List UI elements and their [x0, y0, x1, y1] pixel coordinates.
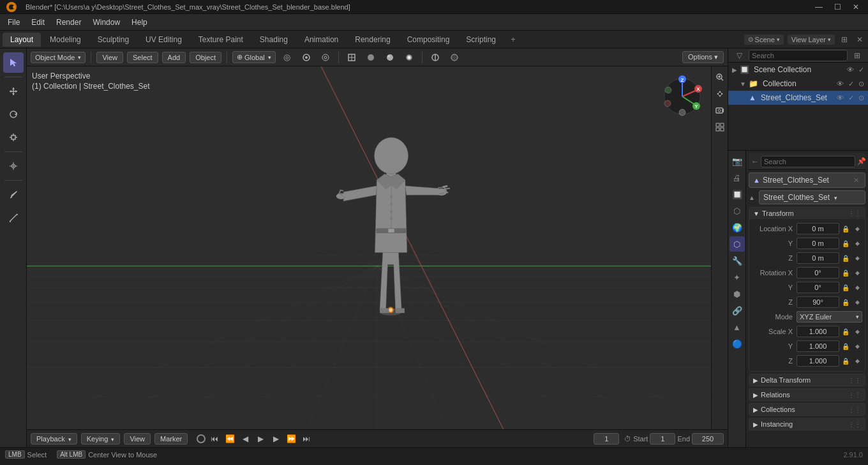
snap-button[interactable] — [299, 50, 314, 65]
workspace-settings-icon[interactable]: ✕ — [854, 34, 865, 45]
menu-render[interactable]: Render — [51, 17, 86, 28]
next-frame-button[interactable]: ▶ — [269, 432, 282, 445]
workspace-expand-button[interactable]: ⊞ — [839, 34, 850, 45]
location-x-keyframe[interactable]: ◆ — [852, 223, 862, 234]
close-button[interactable]: ✕ — [849, 1, 863, 13]
pivot-button[interactable]: ◎ — [280, 50, 295, 65]
instancing-header[interactable]: ▶ Instancing ⋮⋮ — [749, 418, 865, 430]
prev-keyframe-button[interactable]: ⏪ — [223, 432, 236, 445]
props-modifier-icon[interactable]: 🔧 — [730, 253, 745, 268]
current-frame-field[interactable]: 1 — [594, 433, 619, 445]
props-world-icon[interactable]: 🌍 — [730, 220, 745, 235]
camera-view-button[interactable] — [713, 103, 727, 118]
start-frame-field[interactable]: 1 — [650, 433, 675, 445]
view-layer-selector[interactable]: View Layer ▾ — [788, 34, 835, 45]
props-render-icon[interactable]: 📷 — [730, 153, 745, 169]
rotate-tool-button[interactable] — [3, 104, 24, 125]
rotation-x-keyframe[interactable]: ◆ — [852, 267, 862, 278]
add-workspace-button[interactable]: + — [506, 33, 520, 47]
zoom-in-button[interactable] — [713, 70, 727, 84]
add-menu-button[interactable]: Add — [162, 52, 186, 63]
outliner-settings-button[interactable]: ⊞ — [850, 49, 864, 63]
scale-y-field[interactable]: 1.000 — [797, 340, 839, 352]
rotation-z-lock[interactable]: 🔒 — [841, 296, 851, 308]
viewport-canvas[interactable]: User Perspective (1) Collection | Street… — [27, 66, 728, 429]
delta-transform-header[interactable]: ▶ Delta Transform ⋮⋮ — [749, 374, 865, 386]
scale-tool-button[interactable] — [3, 127, 24, 148]
location-y-field[interactable]: 0 m — [797, 238, 839, 249]
props-data-icon[interactable]: ▲ — [730, 319, 745, 335]
viewport-shading-material[interactable] — [382, 50, 398, 65]
location-z-keyframe[interactable]: ◆ — [852, 252, 862, 264]
props-scene-icon[interactable]: ⬡ — [730, 203, 745, 218]
outliner-collection[interactable]: ▼ 📁 Collection 👁 ✓ ⊙ — [728, 77, 868, 91]
measure-tool-button[interactable] — [3, 208, 24, 228]
location-y-lock[interactable]: 🔒 — [841, 238, 851, 249]
tab-layout[interactable]: Layout — [3, 33, 41, 47]
transform-dropdown[interactable]: ⊕ Global ▾ — [232, 51, 276, 63]
scene-selector[interactable]: ⊙ Scene ▾ — [744, 34, 784, 45]
tab-sculpting[interactable]: Sculpting — [90, 33, 137, 47]
location-z-lock[interactable]: 🔒 — [841, 252, 851, 264]
move-view-button[interactable] — [713, 87, 727, 101]
props-pin-button[interactable]: 📌 — [857, 156, 866, 167]
maximize-button[interactable]: ☐ — [830, 1, 845, 13]
tab-rendering[interactable]: Rendering — [347, 33, 398, 47]
annotate-tool-button[interactable] — [3, 185, 24, 205]
outliner-search-input[interactable] — [749, 50, 848, 61]
tab-texture-paint[interactable]: Texture Paint — [191, 33, 251, 47]
xray-toggle-button[interactable] — [447, 50, 462, 65]
view-menu-button[interactable]: View — [96, 52, 123, 63]
outliner-filter-button[interactable]: ▽ — [732, 49, 746, 63]
scale-y-lock[interactable]: 🔒 — [841, 340, 851, 352]
axis-gizmo[interactable]: Z Y X — [660, 74, 705, 119]
rotation-x-field[interactable]: 0° — [797, 267, 839, 278]
location-y-keyframe[interactable]: ◆ — [852, 238, 862, 249]
location-x-field[interactable]: 0 m — [797, 223, 839, 234]
marker-menu[interactable]: Marker — [154, 433, 188, 445]
playback-menu[interactable]: Playback ▾ — [31, 433, 77, 445]
menu-window[interactable]: Window — [87, 17, 125, 28]
grid-button[interactable] — [713, 120, 727, 134]
tab-animation[interactable]: Animation — [297, 33, 346, 47]
view-menu-tl[interactable]: View — [124, 433, 151, 445]
select-tool-button[interactable] — [3, 52, 24, 73]
proportional-edit-button[interactable] — [318, 50, 333, 65]
select-menu-button[interactable]: Select — [127, 52, 158, 63]
object-mode-dropdown[interactable]: Object Mode ▾ — [31, 52, 86, 63]
jump-start-button[interactable]: ⏮ — [208, 432, 221, 445]
collections-header[interactable]: ▶ Collections ⋮⋮ — [749, 404, 865, 415]
menu-help[interactable]: Help — [126, 17, 153, 28]
object-menu-button[interactable]: Object — [190, 52, 221, 63]
minimize-button[interactable]: — — [811, 1, 827, 13]
scale-y-keyframe[interactable]: ◆ — [852, 340, 862, 352]
relations-header[interactable]: ▶ Relations ⋮⋮ — [749, 389, 865, 400]
scale-z-field[interactable]: 1.000 — [797, 355, 839, 367]
tab-compositing[interactable]: Compositing — [400, 33, 458, 47]
end-frame-field[interactable]: 250 — [692, 433, 724, 445]
props-view-layer-icon[interactable]: 🔲 — [730, 187, 745, 202]
jump-end-button[interactable]: ⏭ — [300, 432, 313, 445]
play-button[interactable]: ▶ — [254, 432, 267, 445]
next-keyframe-button[interactable]: ⏩ — [285, 432, 297, 445]
scale-x-lock[interactable]: 🔒 — [841, 326, 851, 337]
prev-frame-button[interactable]: ◀ — [239, 432, 251, 445]
object-name-field[interactable]: ▲ Street_Clothes_Set ✕ — [749, 172, 865, 188]
rotation-z-field[interactable]: 90° — [797, 296, 839, 308]
props-back-button[interactable]: ← — [751, 155, 759, 169]
props-object-icon[interactable]: ⬡ — [730, 236, 745, 252]
scale-x-field[interactable]: 1.000 — [797, 326, 839, 337]
tab-uv-editing[interactable]: UV Editing — [138, 33, 190, 47]
rotation-y-lock[interactable]: 🔒 — [841, 282, 851, 293]
location-z-field[interactable]: 0 m — [797, 252, 839, 264]
outliner-street-clothes-set[interactable]: ▲ Street_Clothes_Set 👁 ✓ ⊙ — [728, 91, 868, 105]
tab-scripting[interactable]: Scripting — [458, 33, 504, 47]
outliner-scene-collection[interactable]: ▶ 🔲 Scene Collection 👁 ✓ — [728, 63, 868, 77]
rotation-y-keyframe[interactable]: ◆ — [852, 282, 862, 293]
menu-file[interactable]: File — [3, 17, 25, 28]
tab-shading[interactable]: Shading — [252, 33, 296, 47]
keying-menu[interactable]: Keying ▾ — [81, 433, 121, 445]
props-material-icon[interactable]: 🔵 — [730, 336, 745, 351]
props-search-input[interactable] — [761, 156, 855, 167]
scale-z-lock[interactable]: 🔒 — [841, 355, 851, 367]
